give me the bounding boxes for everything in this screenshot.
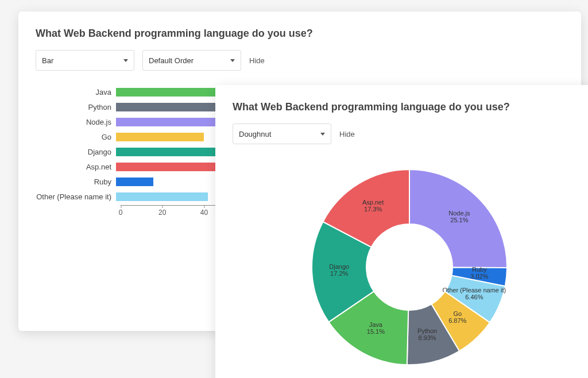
bar-category-label: Asp.net [36,163,116,171]
slice-label: Java15.1% [367,321,385,335]
bar-row: Other (Please name it) [36,189,231,204]
bar-track [116,148,231,156]
chart-type-select-value: Bar [42,56,53,65]
bar-category-label: Node.js [36,118,116,126]
bar-fill [116,148,231,156]
bar-row: Node.js [36,114,231,129]
chevron-down-icon [320,133,325,136]
bar-fill [116,192,208,201]
bar-fill [116,178,153,186]
controls-row: Bar Default Order Hide [36,50,564,71]
hide-link[interactable]: Hide [339,130,355,138]
bar-row: Python [36,99,231,114]
hide-link[interactable]: Hide [249,56,265,65]
card-title: What Web Backend programming language do… [36,28,564,40]
bar-fill [116,118,231,126]
bar-category-label: Java [36,88,116,97]
chevron-down-icon [230,59,235,62]
bar-category-label: Django [36,148,116,156]
order-select-value: Default Order [149,56,194,65]
bar-chart: JavaPythonNode.jsGoDjangoAsp.netRubyOthe… [36,84,231,245]
chart-type-select[interactable]: Bar [36,50,134,71]
controls-row: Doughnut Hide [233,124,586,144]
chevron-down-icon [123,59,128,62]
card-title: What Web Backend programming language do… [233,101,586,113]
slice-label: Node.js25.1% [448,210,470,223]
bar-category-label: Other (Please name it) [36,192,116,201]
bar-track [116,133,231,141]
slice-label: Ruby3.02% [470,266,488,280]
slice-label: Asp.net17.3% [362,199,384,213]
bar-category-label: Go [36,133,116,141]
bar-fill [116,163,231,171]
bar-category-label: Python [36,103,116,111]
bar-track [116,118,231,126]
bar-row: Ruby [36,174,231,189]
bar-track [116,103,231,111]
chart-type-select-value: Doughnut [239,130,271,138]
bar-fill [116,88,231,97]
bar-track [116,178,231,186]
doughnut-chart: Node.js25.1%Ruby3.02%Other (Please name … [233,158,586,376]
bar-row: Go [36,129,231,144]
bar-row: Django [36,144,231,159]
bar-row: Java [36,84,231,99]
slice-label: Python8.93% [417,327,437,341]
order-select[interactable]: Default Order [142,50,241,71]
bar-track [116,163,231,171]
bar-track [116,88,231,97]
bar-fill [116,103,231,111]
chart-type-select[interactable]: Doughnut [233,124,331,144]
doughnut-chart-card: What Web Backend programming language do… [215,85,588,378]
bar-category-label: Ruby [36,178,116,186]
bar-row: Asp.net [36,159,231,174]
bar-fill [116,133,204,141]
bar-track [116,192,231,201]
slice-label: Django17.2% [329,263,349,277]
